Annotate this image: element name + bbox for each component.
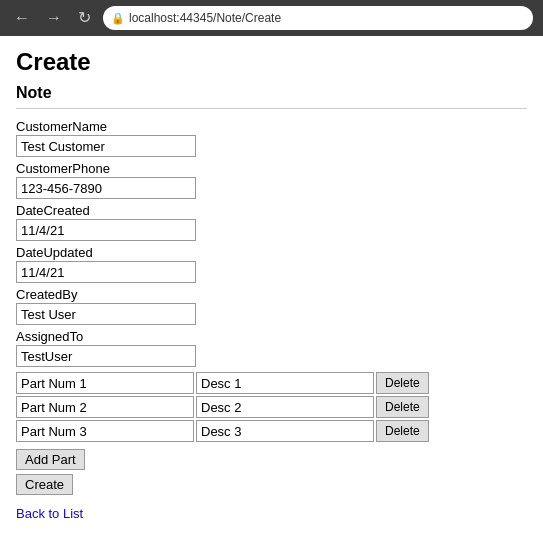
customer-phone-group: CustomerPhone: [16, 161, 527, 199]
part-num-input[interactable]: [16, 396, 194, 418]
browser-chrome: ← → ↻ 🔒 localhost:44345/Note/Create: [0, 0, 543, 36]
delete-button[interactable]: Delete: [376, 372, 429, 394]
create-button[interactable]: Create: [16, 474, 73, 495]
forward-button[interactable]: →: [42, 8, 66, 28]
desc-input[interactable]: [196, 396, 374, 418]
table-row: Delete: [16, 371, 429, 395]
date-created-group: DateCreated: [16, 203, 527, 241]
customer-name-group: CustomerName: [16, 119, 527, 157]
part-num-input[interactable]: [16, 372, 194, 394]
back-to-list-link[interactable]: Back to List: [16, 506, 83, 521]
address-bar[interactable]: 🔒 localhost:44345/Note/Create: [103, 6, 533, 30]
date-created-label: DateCreated: [16, 203, 527, 218]
created-by-label: CreatedBy: [16, 287, 527, 302]
part-num-input[interactable]: [16, 420, 194, 442]
assigned-to-input[interactable]: [16, 345, 196, 367]
back-button[interactable]: ←: [10, 8, 34, 28]
page-content: Create Note CustomerName CustomerPhone D…: [0, 36, 543, 533]
table-row: Delete: [16, 395, 429, 419]
customer-phone-label: CustomerPhone: [16, 161, 527, 176]
section-title: Note: [16, 84, 527, 102]
assigned-to-group: AssignedTo: [16, 329, 527, 367]
table-row: Delete: [16, 419, 429, 443]
date-updated-label: DateUpdated: [16, 245, 527, 260]
lock-icon: 🔒: [111, 12, 125, 25]
page-title: Create: [16, 48, 527, 76]
created-by-input[interactable]: [16, 303, 196, 325]
divider: [16, 108, 527, 109]
customer-name-label: CustomerName: [16, 119, 527, 134]
date-updated-input[interactable]: [16, 261, 196, 283]
parts-table: Delete Delete Delete: [16, 371, 429, 443]
date-updated-group: DateUpdated: [16, 245, 527, 283]
customer-phone-input[interactable]: [16, 177, 196, 199]
desc-input[interactable]: [196, 372, 374, 394]
reload-button[interactable]: ↻: [74, 8, 95, 28]
created-by-group: CreatedBy: [16, 287, 527, 325]
customer-name-input[interactable]: [16, 135, 196, 157]
delete-button[interactable]: Delete: [376, 420, 429, 442]
desc-input[interactable]: [196, 420, 374, 442]
add-part-button[interactable]: Add Part: [16, 449, 85, 470]
date-created-input[interactable]: [16, 219, 196, 241]
assigned-to-label: AssignedTo: [16, 329, 527, 344]
delete-button[interactable]: Delete: [376, 396, 429, 418]
url-text: localhost:44345/Note/Create: [129, 11, 281, 25]
